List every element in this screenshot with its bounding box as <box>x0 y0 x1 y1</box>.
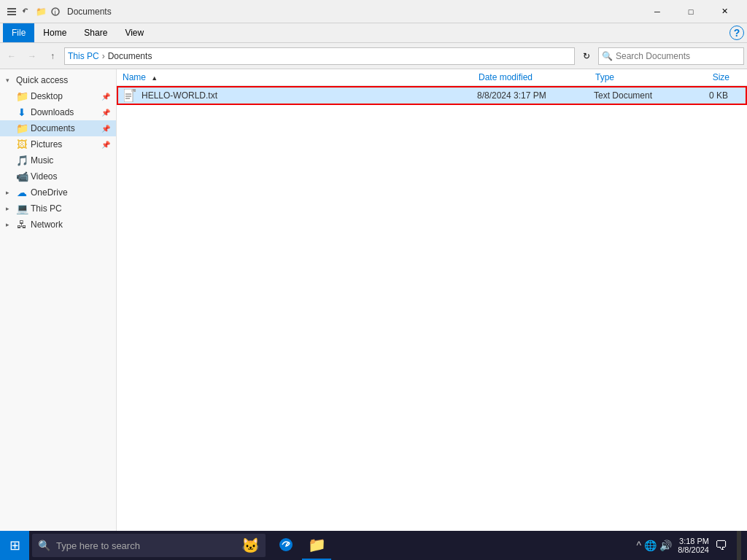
quick-access-icon[interactable] <box>6 6 18 18</box>
tab-file[interactable]: File <box>3 23 34 42</box>
sidebar-item-downloads[interactable]: ⬇ Downloads 📌 <box>0 104 116 120</box>
sidebar: ▾ Quick access 📁 Desktop 📌 ⬇ Downloads 📌… <box>0 69 117 543</box>
tab-share[interactable]: Share <box>75 23 116 42</box>
file-txt-icon <box>124 89 139 102</box>
clock-time: 3:18 PM <box>678 537 709 545</box>
back-button[interactable]: ← <box>3 47 20 65</box>
downloads-icon: ⬇ <box>16 106 28 118</box>
breadcrumb-this-pc[interactable]: This PC <box>68 51 99 61</box>
sidebar-label-onedrive: OneDrive <box>31 187 110 198</box>
pin-desktop-icon: 📌 <box>101 93 110 101</box>
taskbar: ⊞ 🔍 Type here to search 🐱 📁 ^ 🌐 🔊 3:18 P… <box>0 531 747 560</box>
tray-sound-icon[interactable]: 🔊 <box>659 540 672 551</box>
clock-date: 8/8/2024 <box>678 545 709 554</box>
pin-pictures-icon: 📌 <box>101 141 110 149</box>
sidebar-item-music[interactable]: 🎵 Music <box>0 152 116 168</box>
search-icon: 🔍 <box>602 51 613 61</box>
forward-button[interactable]: → <box>23 47 41 65</box>
sidebar-label-videos: Videos <box>31 171 110 182</box>
show-desktop-button[interactable] <box>737 531 741 560</box>
sidebar-label-downloads: Downloads <box>31 107 97 117</box>
search-input[interactable] <box>616 51 740 61</box>
taskbar-tray: ^ 🌐 🔊 3:18 PM 8/8/2024 🗨 <box>631 531 747 560</box>
new-folder-icon[interactable]: 📁 <box>35 6 47 18</box>
notification-icon[interactable]: 🗨 <box>715 538 728 553</box>
up-button[interactable]: ↑ <box>44 47 61 65</box>
ribbon: File Home Share View ? <box>0 23 747 43</box>
sidebar-label-network: Network <box>31 219 110 230</box>
close-button[interactable]: ✕ <box>708 0 741 23</box>
nav-bar: ← → ↑ This PC › Documents ↻ 🔍 <box>0 43 747 69</box>
taskbar-search-icon: 🔍 <box>38 540 50 551</box>
breadcrumb-sep: › <box>102 51 105 61</box>
expand-quick-access-icon: ▾ <box>6 77 13 84</box>
file-size: 0 KB <box>681 90 740 101</box>
file-area: Name ▲ Date modified Type Size <box>117 69 747 543</box>
tab-view[interactable]: View <box>116 23 152 42</box>
help-button[interactable]: ? <box>729 26 744 40</box>
tab-home[interactable]: Home <box>34 23 75 42</box>
thispc-icon: 💻 <box>16 203 28 214</box>
title-bar: 📁 i Documents ─ □ ✕ <box>0 0 747 23</box>
refresh-button[interactable]: ↻ <box>578 47 595 65</box>
sidebar-item-desktop[interactable]: 📁 Desktop 📌 <box>0 88 116 104</box>
taskbar-clock[interactable]: 3:18 PM 8/8/2024 <box>678 537 709 554</box>
documents-icon: 📁 <box>16 122 28 134</box>
taskbar-app-explorer[interactable]: 📁 <box>302 531 331 560</box>
taskbar-cat-emoji: 🐱 <box>241 537 260 554</box>
col-date[interactable]: Date modified <box>479 72 595 82</box>
address-bar[interactable]: This PC › Documents <box>64 47 575 65</box>
minimize-button[interactable]: ─ <box>640 0 674 23</box>
file-type: Text Document <box>594 90 681 101</box>
file-name: HELLO-WORLD.txt <box>142 90 477 101</box>
taskbar-apps: 📁 <box>268 531 334 560</box>
taskbar-search[interactable]: 🔍 Type here to search 🐱 <box>32 534 266 557</box>
sidebar-item-this-pc[interactable]: ▸ 💻 This PC <box>0 201 116 217</box>
sidebar-item-network[interactable]: ▸ 🖧 Network <box>0 217 116 233</box>
breadcrumb: This PC › Documents <box>68 51 152 61</box>
col-size[interactable]: Size <box>683 72 741 82</box>
properties-icon[interactable]: i <box>50 6 61 18</box>
svg-rect-2 <box>7 14 16 15</box>
breadcrumb-documents[interactable]: Documents <box>108 51 152 61</box>
onedrive-icon: ☁ <box>16 187 28 198</box>
music-icon: 🎵 <box>16 155 28 166</box>
sidebar-item-documents[interactable]: 📁 Documents 📌 <box>0 120 116 136</box>
sidebar-label-documents: Documents <box>31 123 97 133</box>
sidebar-label-music: Music <box>31 155 110 166</box>
quick-access-label: Quick access <box>16 75 110 85</box>
file-list-header: Name ▲ Date modified Type Size <box>117 69 747 86</box>
sidebar-item-onedrive[interactable]: ▸ ☁ OneDrive <box>0 184 116 201</box>
main-content: ▾ Quick access 📁 Desktop 📌 ⬇ Downloads 📌… <box>0 69 747 543</box>
sidebar-section-quick-access[interactable]: ▾ Quick access <box>0 72 116 88</box>
videos-icon: 📹 <box>16 171 28 182</box>
start-icon: ⊞ <box>9 537 20 553</box>
col-type[interactable]: Type <box>595 72 683 82</box>
table-row[interactable]: HELLO-WORLD.txt 8/8/2024 3:17 PM Text Do… <box>117 86 747 105</box>
network-icon: 🖧 <box>16 219 28 230</box>
file-date: 8/8/2024 3:17 PM <box>477 90 594 101</box>
start-button[interactable]: ⊞ <box>0 531 29 560</box>
window-title: Documents <box>67 7 640 17</box>
desktop-icon: 📁 <box>16 90 28 102</box>
taskbar-app-edge[interactable] <box>271 531 301 560</box>
sidebar-label-pictures: Pictures <box>31 139 97 149</box>
sidebar-label-this-pc: This PC <box>31 203 110 214</box>
sidebar-item-videos[interactable]: 📹 Videos <box>0 168 116 184</box>
expand-thispc-icon: ▸ <box>6 205 13 212</box>
sidebar-label-desktop: Desktop <box>31 91 97 101</box>
svg-rect-0 <box>7 8 16 9</box>
file-list: HELLO-WORLD.txt 8/8/2024 3:17 PM Text Do… <box>117 86 747 543</box>
sidebar-item-pictures[interactable]: 🖼 Pictures 📌 <box>0 136 116 152</box>
search-box[interactable]: 🔍 <box>598 47 744 65</box>
explorer-icon: 📁 <box>308 536 326 553</box>
tray-network-icon[interactable]: 🌐 <box>644 540 657 551</box>
col-name[interactable]: Name ▲ <box>123 72 479 82</box>
sort-arrow: ▲ <box>151 74 158 82</box>
tray-show-hidden[interactable]: ^ <box>637 540 642 551</box>
pin-downloads-icon: 📌 <box>101 109 110 117</box>
expand-network-icon: ▸ <box>6 221 13 228</box>
undo-icon[interactable] <box>20 6 32 18</box>
maximize-button[interactable]: □ <box>674 0 708 23</box>
expand-onedrive-icon: ▸ <box>6 189 13 196</box>
